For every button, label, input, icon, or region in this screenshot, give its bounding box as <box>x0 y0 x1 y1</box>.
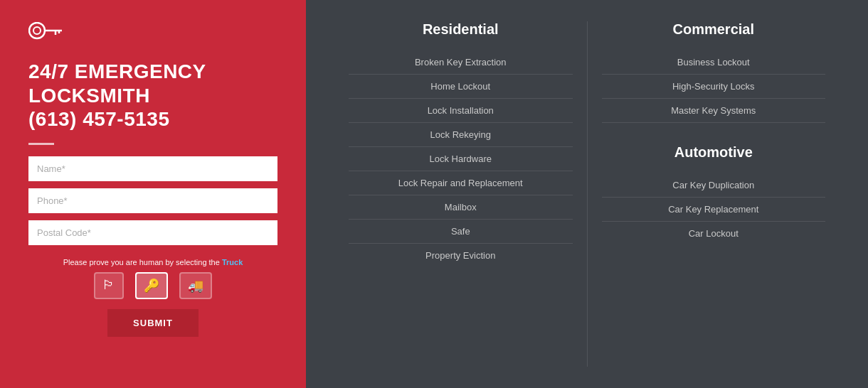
captcha-truck-btn[interactable]: 🚚 <box>179 272 212 299</box>
postal-input[interactable] <box>28 220 277 245</box>
service-high-security[interactable]: High-Security Locks <box>602 75 826 99</box>
service-car-lockout[interactable]: Car Lockout <box>602 222 826 245</box>
left-panel: 24/7 EMERGENCY LOCKSMITH (613) 457-5135 … <box>0 0 306 388</box>
service-master-key[interactable]: Master Key Systems <box>602 99 826 123</box>
captcha-icons-group: 🏳 🔑 🚚 <box>28 272 277 299</box>
service-lock-repair[interactable]: Lock Repair and Replacement <box>349 171 573 195</box>
service-mailbox[interactable]: Mailbox <box>349 195 573 220</box>
svg-point-1 <box>33 27 41 34</box>
submit-button[interactable]: SUBMIT <box>107 309 199 337</box>
service-home-lockout[interactable]: Home Lockout <box>349 75 573 99</box>
svg-point-0 <box>29 23 45 38</box>
captcha-highlight-link[interactable]: Truck <box>222 258 243 266</box>
service-lock-hardware[interactable]: Lock Hardware <box>349 147 573 171</box>
service-business-lockout[interactable]: Business Lockout <box>602 50 826 75</box>
service-property-eviction[interactable]: Property Eviction <box>349 244 573 267</box>
commercial-title: Commercial <box>602 21 826 38</box>
automotive-title: Automotive <box>602 144 826 161</box>
service-lock-installation[interactable]: Lock Installation <box>349 99 573 123</box>
captcha-key-btn[interactable]: 🔑 <box>135 272 168 299</box>
captcha-prompt: Please prove you are human by selecting … <box>28 258 277 266</box>
service-broken-key[interactable]: Broken Key Extraction <box>349 50 573 75</box>
service-safe[interactable]: Safe <box>349 220 573 244</box>
phone-input[interactable] <box>28 188 277 213</box>
service-car-key-replacement[interactable]: Car Key Replacement <box>602 198 826 222</box>
residential-title: Residential <box>349 21 573 38</box>
automotive-section: Automotive Car Key Duplication Car Key R… <box>602 144 826 245</box>
residential-column: Residential Broken Key Extraction Home L… <box>334 21 588 367</box>
right-panel: Residential Broken Key Extraction Home L… <box>306 0 868 388</box>
captcha-flag-btn[interactable]: 🏳 <box>94 272 124 299</box>
service-car-key-dup[interactable]: Car Key Duplication <box>602 173 826 198</box>
brand-title: 24/7 EMERGENCY LOCKSMITH (613) 457-5135 <box>28 60 277 131</box>
commercial-automotive-column: Commercial Business Lockout High-Securit… <box>588 21 840 367</box>
page-container: 24/7 EMERGENCY LOCKSMITH (613) 457-5135 … <box>0 0 868 388</box>
name-input[interactable] <box>28 156 277 181</box>
key-icon <box>28 21 277 51</box>
service-lock-rekeying[interactable]: Lock Rekeying <box>349 123 573 147</box>
title-divider <box>28 143 54 145</box>
